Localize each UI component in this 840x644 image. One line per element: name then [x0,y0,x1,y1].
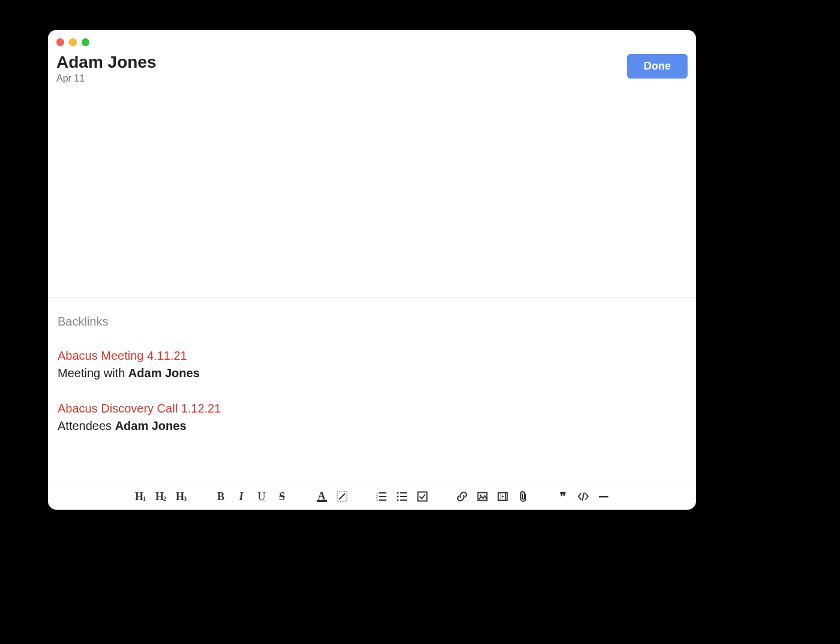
image-button[interactable] [474,488,491,505]
code-button[interactable] [575,488,592,505]
svg-rect-8 [400,492,407,493]
backlink-item: Abacus Discovery Call 1.12.21 Attendees … [58,402,686,433]
bold-icon: B [217,490,224,503]
backlink-snippet: Meeting with Adam Jones [58,366,686,380]
svg-rect-10 [400,496,407,497]
horizontal-rule-icon [598,491,609,502]
horizontal-rule-button[interactable] [595,488,612,505]
svg-rect-2 [379,492,386,493]
strikethrough-icon: S [279,490,285,503]
backlink-item: Abacus Meeting 4.11.21 Meeting with Adam… [58,349,686,380]
toolbar-group-color: A [313,488,350,505]
done-button[interactable]: Done [627,54,688,79]
backlink-snippet-prefix: Meeting with [58,366,128,380]
note-title[interactable]: Adam Jones [56,53,157,72]
attachment-button[interactable] [515,488,532,505]
backlink-snippet-highlight: Adam Jones [128,366,200,380]
svg-rect-19 [599,496,608,498]
heading2-label: H [155,490,163,503]
unordered-list-button[interactable] [394,488,410,505]
ordered-list-button[interactable]: 123 [373,488,390,505]
italic-button[interactable]: I [233,488,250,505]
italic-icon: I [239,490,243,503]
window-titlebar [48,30,696,49]
heading3-label: H [176,490,184,503]
note-date: Apr 11 [56,73,157,84]
svg-rect-18 [506,493,508,501]
backlink-snippet-prefix: Attendees [58,419,115,432]
image-icon [477,491,488,502]
checklist-button[interactable] [414,488,431,505]
toolbar-group-misc: ❞ [554,488,612,505]
svg-point-7 [397,492,398,493]
checklist-icon [417,491,428,502]
format-toolbar: H1 H2 H3 B I U S A 123 [48,483,696,510]
window-minimize-button[interactable] [69,38,77,46]
backlinks-label: Backlinks [58,315,686,329]
quote-icon: ❞ [560,493,566,500]
heading2-sub: 2 [163,495,166,502]
underline-icon: U [258,490,266,503]
svg-point-9 [397,495,398,497]
text-color-icon: A [317,492,327,502]
backlink-title-link[interactable]: Abacus Meeting 4.11.21 [58,349,686,363]
svg-rect-13 [418,492,427,501]
backlink-snippet-highlight: Adam Jones [115,419,187,432]
link-button[interactable] [454,488,470,505]
note-title-block: Adam Jones Apr 11 [56,53,157,84]
heading1-label: H [135,490,143,503]
svg-rect-6 [379,499,386,501]
toolbar-group-textstyle: B I U S [212,488,290,505]
backlinks-section: Backlinks Abacus Meeting 4.11.21 Meeting… [48,298,696,483]
video-button[interactable] [494,488,511,505]
underline-button[interactable]: U [253,488,270,505]
paperclip-icon [518,490,529,502]
backlink-snippet: Attendees Adam Jones [58,419,686,433]
svg-point-11 [397,499,398,501]
blockquote-button[interactable]: ❞ [554,488,571,505]
strikethrough-button[interactable]: S [274,488,290,505]
toolbar-group-headings: H1 H2 H3 [132,488,190,505]
heading2-button[interactable]: H2 [152,488,169,505]
heading3-sub: 3 [184,495,187,502]
svg-rect-17 [499,493,500,501]
note-body-editor[interactable] [48,84,696,297]
code-icon [577,491,589,502]
bold-button[interactable]: B [212,488,229,505]
heading1-sub: 1 [143,495,146,502]
window-maximize-button[interactable] [82,38,89,46]
highlight-icon [337,491,347,502]
link-icon [456,490,468,502]
backlink-title-link[interactable]: Abacus Discovery Call 1.12.21 [58,402,686,416]
toolbar-group-lists: 123 [373,488,431,505]
heading3-button[interactable]: H3 [173,488,190,505]
video-icon [497,491,508,502]
window-close-button[interactable] [56,38,64,46]
highlight-button[interactable] [334,488,350,505]
unordered-list-icon [397,491,407,502]
ordered-list-icon: 123 [376,491,387,502]
note-header: Adam Jones Apr 11 Done [48,49,696,84]
text-color-button[interactable]: A [313,488,330,505]
heading1-button[interactable]: H1 [132,488,149,505]
toolbar-group-insert [454,488,532,505]
svg-rect-4 [379,496,386,497]
svg-text:3: 3 [376,498,378,502]
note-window: Adam Jones Apr 11 Done Backlinks Abacus … [48,30,696,510]
svg-rect-12 [400,499,407,501]
